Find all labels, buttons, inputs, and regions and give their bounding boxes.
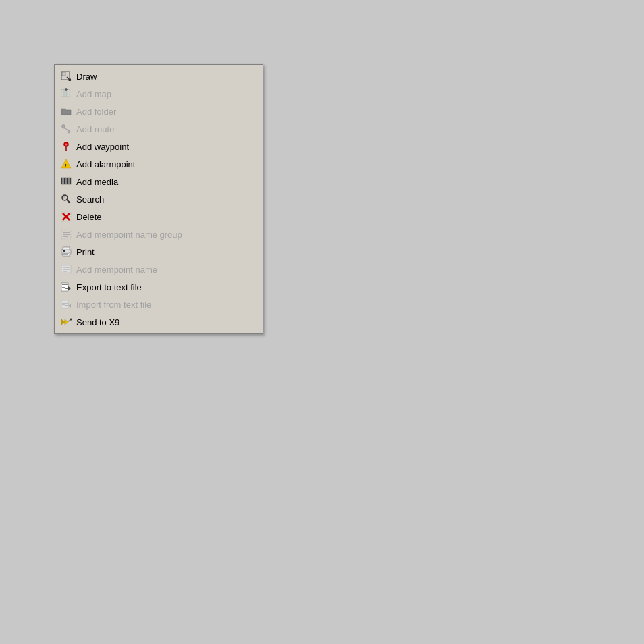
svg-rect-20: [68, 178, 70, 180]
svg-marker-57: [68, 304, 71, 308]
svg-point-11: [68, 130, 70, 133]
svg-rect-1: [62, 72, 65, 76]
add-mempoint-name-label: Add mempoint name: [76, 265, 157, 275]
import-text-label: Import from text file: [76, 300, 151, 310]
svg-point-13: [65, 144, 68, 146]
print-icon: [60, 246, 72, 258]
svg-rect-26: [68, 182, 70, 184]
import-text-icon: [60, 298, 72, 311]
add-alarmpoint-icon: !: [60, 158, 72, 170]
svg-rect-41: [63, 253, 69, 254]
svg-rect-21: [62, 180, 64, 182]
add-mempoint-name-group-icon: [60, 228, 72, 240]
svg-rect-19: [65, 178, 67, 180]
add-media-icon: [60, 176, 72, 188]
svg-point-10: [62, 125, 65, 128]
menu-item-send-x9[interactable]: Send to X9: [55, 313, 263, 331]
send-x9-label: Send to X9: [76, 317, 119, 327]
svg-point-29: [63, 196, 65, 198]
svg-rect-49: [62, 286, 68, 286]
svg-rect-23: [68, 180, 70, 182]
svg-rect-18: [62, 178, 64, 180]
menu-item-add-route[interactable]: Add route: [55, 120, 263, 138]
svg-rect-46: [63, 271, 67, 272]
menu-item-add-folder[interactable]: Add folder: [55, 103, 263, 120]
delete-icon: [60, 211, 72, 223]
add-mempoint-name-group-label: Add mempoint name group: [76, 230, 182, 240]
draw-icon: [60, 70, 72, 82]
add-mempoint-name-icon: [60, 263, 72, 275]
draw-label: Draw: [76, 72, 97, 82]
svg-rect-54: [62, 302, 68, 302]
svg-rect-56: [62, 304, 65, 305]
menu-item-export-text[interactable]: Export to text file: [55, 278, 263, 296]
svg-rect-55: [62, 303, 68, 304]
svg-line-28: [68, 200, 71, 204]
send-x9-icon: [60, 316, 72, 328]
svg-rect-44: [63, 267, 70, 268]
svg-rect-36: [63, 236, 68, 237]
menu-item-add-alarmpoint[interactable]: ! Add alarmpoint: [55, 155, 263, 173]
svg-rect-34: [63, 232, 70, 233]
svg-rect-22: [65, 180, 67, 182]
svg-text:!: !: [65, 163, 67, 169]
context-menu: Draw Add map Add folder: [54, 64, 263, 334]
search-icon: [60, 193, 72, 205]
delete-label: Delete: [76, 212, 102, 222]
add-waypoint-icon: [60, 140, 72, 153]
add-media-label: Add media: [76, 177, 118, 187]
add-map-icon: [60, 88, 72, 100]
svg-rect-7: [67, 90, 70, 97]
search-label: Search: [76, 194, 104, 205]
export-text-label: Export to text file: [76, 282, 142, 292]
export-text-icon: [60, 281, 72, 293]
svg-rect-25: [65, 182, 67, 184]
svg-rect-39: [63, 252, 70, 256]
menu-item-delete[interactable]: Delete: [55, 208, 263, 225]
svg-rect-5: [61, 90, 64, 97]
svg-rect-45: [63, 269, 70, 270]
menu-item-add-mempoint-name-group[interactable]: Add mempoint name group: [55, 225, 263, 243]
menu-item-import-text[interactable]: Import from text file: [55, 296, 263, 313]
add-route-label: Add route: [76, 124, 114, 134]
add-map-label: Add map: [76, 89, 111, 99]
svg-rect-50: [62, 287, 65, 288]
menu-item-add-media[interactable]: Add media: [55, 173, 263, 190]
menu-item-add-map[interactable]: Add map: [55, 85, 263, 103]
svg-rect-40: [63, 250, 65, 252]
add-folder-icon: [60, 105, 72, 117]
print-label: Print: [76, 247, 95, 257]
svg-marker-51: [68, 286, 71, 290]
svg-marker-59: [61, 319, 65, 325]
svg-rect-42: [63, 254, 68, 255]
menu-item-print[interactable]: Print: [55, 243, 263, 261]
menu-item-add-waypoint[interactable]: Add waypoint: [55, 138, 263, 155]
add-folder-label: Add folder: [76, 107, 116, 117]
add-alarmpoint-label: Add alarmpoint: [76, 159, 135, 169]
menu-item-search[interactable]: Search: [55, 190, 263, 208]
svg-rect-48: [62, 284, 68, 285]
menu-item-draw[interactable]: Draw: [55, 68, 263, 85]
svg-rect-35: [63, 234, 70, 235]
add-route-icon: [60, 123, 72, 135]
add-waypoint-label: Add waypoint: [76, 142, 129, 152]
menu-item-add-mempoint-name[interactable]: Add mempoint name: [55, 261, 263, 278]
svg-rect-24: [62, 182, 64, 184]
